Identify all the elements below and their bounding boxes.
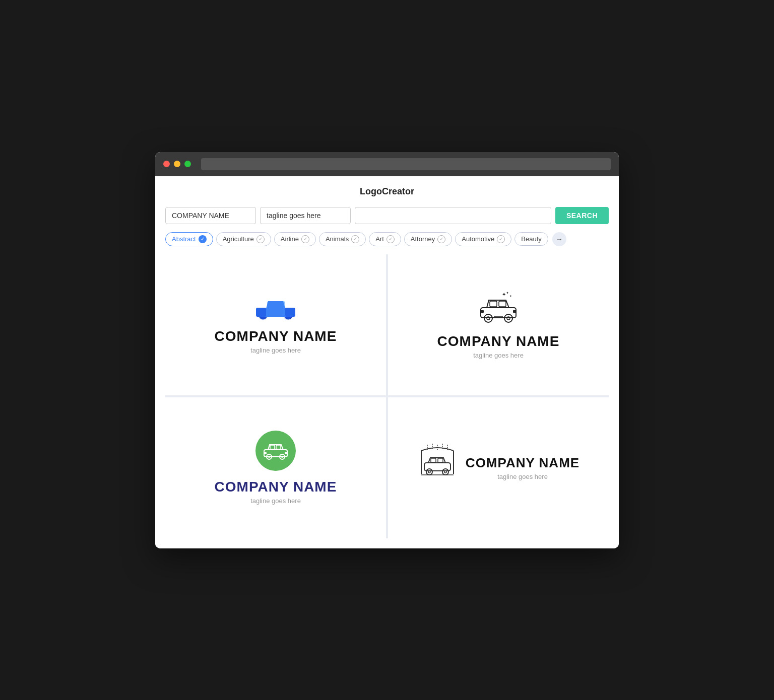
- company-name-input[interactable]: [165, 207, 256, 224]
- filter-label-attorney: Attorney: [411, 235, 435, 243]
- filter-label-abstract: Abstract: [172, 235, 196, 243]
- address-bar[interactable]: [201, 158, 611, 170]
- filter-bar: Abstract ✓ Agriculture ✓ Airline ✓ Anima…: [165, 232, 609, 246]
- filter-chip-animals[interactable]: Animals ✓: [319, 232, 366, 246]
- svg-rect-9: [256, 308, 266, 317]
- svg-rect-21: [481, 310, 484, 313]
- svg-point-42: [426, 469, 432, 475]
- svg-text:✦: ✦: [502, 292, 506, 297]
- logo-grid: COMPANY NAME tagline goes here ✦ ✦ ✦: [165, 254, 609, 538]
- logo-company-name-4: COMPANY NAME: [466, 455, 579, 471]
- close-button[interactable]: [163, 161, 170, 167]
- svg-rect-25: [264, 450, 287, 457]
- filter-chip-agriculture[interactable]: Agriculture ✓: [216, 232, 271, 246]
- logo-text-4: COMPANY NAME tagline goes here: [466, 455, 579, 480]
- check-icon-abstract: ✓: [199, 235, 207, 243]
- logo-tagline-1: tagline goes here: [250, 346, 301, 354]
- logo-card-4[interactable]: COMPANY NAME tagline goes here: [388, 397, 609, 538]
- svg-rect-10: [285, 308, 295, 317]
- logo-card-2[interactable]: ✦ ✦ ✦: [388, 254, 609, 395]
- filter-label-automotive: Automotive: [462, 235, 494, 243]
- svg-rect-27: [276, 445, 281, 449]
- svg-rect-40: [431, 458, 436, 462]
- filter-label-agriculture: Agriculture: [223, 235, 254, 243]
- browser-window: LogoCreator SEARCH Abstract ✓ Agricultur…: [155, 152, 619, 548]
- filter-chip-airline[interactable]: Airline ✓: [274, 232, 316, 246]
- search-bar: SEARCH: [165, 207, 609, 224]
- tagline-input[interactable]: [260, 207, 351, 224]
- svg-rect-39: [424, 463, 450, 471]
- svg-rect-32: [264, 452, 267, 454]
- check-outline-automotive: ✓: [497, 235, 505, 243]
- check-outline-art: ✓: [386, 235, 395, 243]
- green-circle-icon: [255, 431, 296, 471]
- logo-company-name-3: COMPANY NAME: [215, 479, 337, 495]
- logo-company-name-2: COMPANY NAME: [437, 333, 560, 349]
- app-content: LogoCreator SEARCH Abstract ✓ Agricultur…: [155, 176, 619, 548]
- svg-rect-16: [499, 301, 506, 307]
- logo-icon-4: [417, 444, 458, 484]
- logo-tagline-4: tagline goes here: [466, 473, 579, 480]
- svg-rect-22: [513, 310, 516, 313]
- filter-label-airline: Airline: [281, 235, 299, 243]
- filter-label-animals: Animals: [326, 235, 349, 243]
- search-button[interactable]: SEARCH: [555, 207, 609, 224]
- filter-next-button[interactable]: →: [552, 232, 566, 246]
- filter-chip-attorney[interactable]: Attorney ✓: [404, 232, 452, 246]
- filter-label-beauty: Beauty: [521, 235, 541, 243]
- svg-rect-26: [270, 445, 275, 449]
- maximize-button[interactable]: [184, 161, 191, 167]
- minimize-button[interactable]: [174, 161, 180, 167]
- svg-point-31: [281, 456, 283, 458]
- svg-rect-33: [285, 452, 287, 454]
- app-title: LogoCreator: [165, 186, 609, 197]
- svg-point-29: [268, 456, 270, 458]
- logo-card-1[interactable]: COMPANY NAME tagline goes here: [165, 254, 386, 395]
- logo-icon-1: [253, 295, 298, 320]
- filter-chip-automotive[interactable]: Automotive ✓: [455, 232, 511, 246]
- svg-point-43: [428, 471, 430, 473]
- filter-chip-art[interactable]: Art ✓: [369, 232, 401, 246]
- svg-point-45: [444, 471, 446, 473]
- logo-icon-3: [255, 431, 296, 471]
- check-outline-agriculture: ✓: [256, 235, 265, 243]
- logo-icon-2: ✦ ✦ ✦: [476, 290, 521, 325]
- logo-card-3[interactable]: COMPANY NAME tagline goes here: [165, 397, 386, 538]
- logo-tagline-2: tagline goes here: [473, 352, 524, 359]
- browser-titlebar: [155, 152, 619, 176]
- svg-rect-15: [490, 301, 497, 307]
- filter-chip-beauty[interactable]: Beauty: [514, 232, 548, 246]
- svg-text:✦: ✦: [509, 295, 512, 298]
- check-outline-airline: ✓: [301, 235, 309, 243]
- svg-point-44: [442, 469, 448, 475]
- filter-chip-abstract[interactable]: Abstract ✓: [165, 232, 213, 246]
- filter-label-art: Art: [375, 235, 384, 243]
- keyword-input[interactable]: [355, 207, 551, 224]
- check-outline-attorney: ✓: [437, 235, 445, 243]
- svg-text:✦: ✦: [506, 291, 509, 295]
- check-outline-animals: ✓: [351, 235, 359, 243]
- logo-tagline-3: tagline goes here: [250, 497, 301, 505]
- svg-rect-41: [438, 458, 443, 462]
- logo-company-name-1: COMPANY NAME: [215, 328, 337, 344]
